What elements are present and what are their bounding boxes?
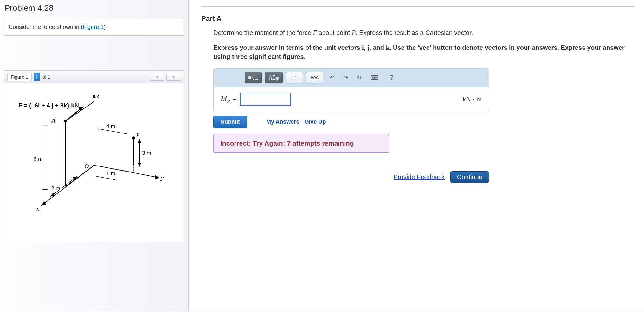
svg-line-28 (99, 129, 129, 134)
keyboard-button[interactable]: ⌨ (370, 74, 379, 81)
svg-line-14 (65, 107, 82, 121)
problem-statement-suffix: ) . (104, 24, 109, 30)
svg-text:A: A (51, 117, 55, 124)
answer-variable: MP = (221, 94, 237, 104)
templates-button[interactable]: ■√□ (245, 72, 262, 83)
svg-text:z: z (96, 93, 99, 99)
figure-panel: Figure 1 ▲▼ of 1 < > z y x (4, 70, 184, 242)
figure-next-button[interactable]: > (166, 73, 181, 81)
svg-text:F = {–6i + 4 j + 8k} kN: F = {–6i + 4 j + 8k} kN (18, 102, 79, 109)
answer-unit: kN · m (463, 95, 482, 103)
svg-text:O: O (84, 163, 89, 170)
equation-toolbar: ■√□ ΑΣφ ↓↑ vec ↶ ↷ ↻ ⌨ ? (214, 69, 489, 87)
answer-box: ■√□ ΑΣφ ↓↑ vec ↶ ↷ ↻ ⌨ ? MP = kN · m (213, 68, 489, 112)
subscript-button[interactable]: ↓↑ (286, 72, 303, 83)
svg-marker-7 (41, 201, 46, 206)
help-button[interactable]: ? (390, 74, 393, 82)
problem-title: Problem 4.28 (4, 3, 184, 13)
vec-button[interactable]: vec (306, 72, 323, 83)
figure-selector-label[interactable]: Figure 1 (7, 73, 32, 81)
problem-statement-prefix: Consider the force shown in ( (9, 24, 83, 30)
left-pane: Problem 4.28 Consider the force shown in… (0, 0, 189, 312)
svg-marker-4 (155, 175, 159, 179)
svg-text:y: y (160, 174, 164, 181)
svg-marker-36 (138, 139, 141, 143)
give-up-link[interactable]: Give Up (304, 119, 326, 125)
problem-statement-box: Consider the force shown in (Figure 1) . (4, 19, 184, 36)
svg-marker-37 (138, 163, 141, 166)
svg-line-3 (94, 165, 158, 177)
submit-button[interactable]: Submit (213, 116, 247, 128)
svg-marker-1 (93, 94, 96, 98)
greek-button[interactable]: ΑΣφ (265, 72, 283, 83)
figure-stepper[interactable]: ▲▼ (34, 73, 40, 81)
my-answers-link[interactable]: My Answers (266, 119, 299, 125)
undo-button[interactable]: ↶ (330, 74, 334, 81)
answer-row: MP = kN · m (214, 87, 489, 112)
figure-body: z y x O A F = (4, 83, 184, 242)
svg-text:3 m: 3 m (142, 150, 151, 156)
answer-input[interactable] (240, 93, 291, 106)
divider (201, 6, 634, 7)
figure-link[interactable]: Figure 1 (83, 24, 104, 30)
redo-button[interactable]: ↷ (343, 74, 348, 81)
reset-button[interactable]: ↻ (357, 74, 362, 81)
continue-button[interactable]: Continue (450, 171, 489, 183)
bottom-row: Provide Feedback Continue (213, 171, 489, 183)
svg-text:6 m: 6 m (34, 156, 43, 162)
answer-instructions: Express your answer in terms of the unit… (213, 43, 634, 62)
figure-of-text: of 1 (42, 74, 50, 80)
figure-diagram: z y x O A F = (14, 89, 175, 229)
svg-text:x: x (36, 205, 39, 212)
figure-header: Figure 1 ▲▼ of 1 < > (4, 71, 184, 83)
provide-feedback-link[interactable]: Provide Feedback (394, 173, 445, 181)
right-pane: Part A Determine the moment of the force… (189, 0, 644, 312)
svg-line-27 (65, 165, 94, 186)
figure-prev-button[interactable]: < (150, 73, 164, 81)
part-prompt: Determine the moment of the force F abou… (213, 28, 634, 37)
submit-row: Submit My Answers Give Up (213, 116, 634, 128)
svg-text:4 m: 4 m (106, 123, 115, 129)
svg-text:1 m: 1 m (106, 170, 115, 177)
feedback-message: Incorrect; Try Again; 7 attempts remaini… (213, 134, 389, 153)
svg-text:P: P (136, 132, 140, 139)
svg-text:2 m: 2 m (51, 185, 60, 192)
part-label: Part A (201, 15, 634, 23)
